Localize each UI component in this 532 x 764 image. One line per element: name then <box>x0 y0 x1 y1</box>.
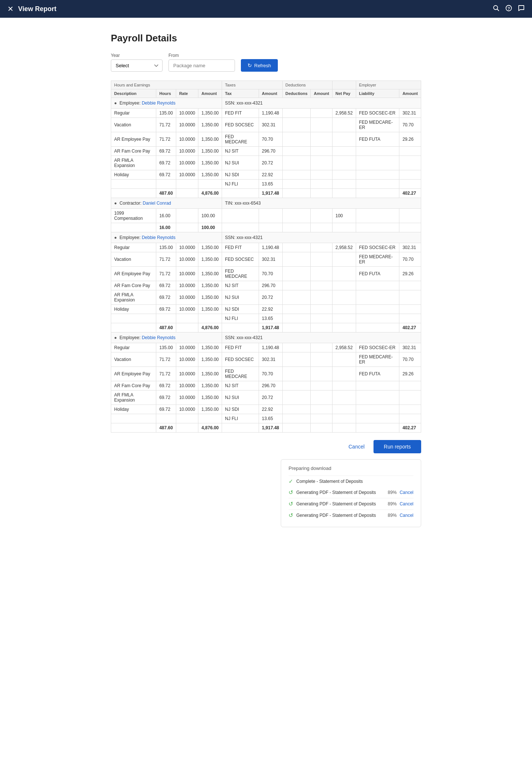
chat-icon[interactable] <box>518 5 525 13</box>
total-rate <box>176 423 198 433</box>
row-liab-amount: 29.26 <box>399 367 421 381</box>
row-liab-amount <box>399 209 421 223</box>
total-liab-amount: 402.27 <box>399 189 421 198</box>
total-amount: 4,876.00 <box>198 189 222 198</box>
table-row: 1099 Compensation 16.00 100.00 100 <box>111 209 421 223</box>
row-ded <box>282 170 311 180</box>
row-liab-amount: 302.31 <box>399 343 421 352</box>
section-label: ● Employee: Debbie Reynolds <box>111 332 222 343</box>
col-tax-amount: Amount <box>259 89 282 98</box>
total-amount: 4,876.00 <box>198 323 222 332</box>
row-hours: 71.72 <box>156 132 176 147</box>
row-liab-amount: 70.70 <box>399 252 421 267</box>
payroll-table: Hours and Earnings Taxes Deductions Empl… <box>111 81 421 433</box>
total-tax-label <box>222 189 259 198</box>
help-icon[interactable]: ? <box>505 5 512 13</box>
total-desc <box>111 423 156 433</box>
total-liab-amount <box>399 223 421 232</box>
entity-name: Debbie Reynolds <box>142 100 175 106</box>
row-net-pay <box>332 281 356 290</box>
nav-title: View Report <box>18 5 57 13</box>
row-liab-amount <box>399 170 421 180</box>
row-net-pay <box>332 180 356 189</box>
row-liability: FED MEDCARE-ER <box>356 118 399 132</box>
row-liability <box>356 414 399 423</box>
close-icon[interactable]: ✕ <box>7 4 14 13</box>
row-liab-amount: 302.31 <box>399 109 421 118</box>
run-reports-button[interactable]: Run reports <box>374 440 421 453</box>
row-amount: 1,350.00 <box>198 352 222 367</box>
row-tax-amount: 22.92 <box>259 170 282 180</box>
row-liab-amount: 302.31 <box>399 243 421 252</box>
row-desc: AR Employee Pay <box>111 367 156 381</box>
row-tax-amount: 20.72 <box>259 390 282 405</box>
row-rate: 10.0000 <box>176 390 198 405</box>
spinning-icon: ↺ <box>289 512 293 519</box>
row-hours: 71.72 <box>156 352 176 367</box>
total-desc <box>111 323 156 332</box>
row-tax: FED SOCSEC <box>222 352 259 367</box>
row-net-pay <box>332 381 356 390</box>
refresh-button[interactable]: ↻ Refresh <box>241 59 278 72</box>
row-ded <box>282 314 311 323</box>
table-row: Regular 135.00 10.0000 1,350.00 FED FIT … <box>111 343 421 352</box>
row-amount: 1,350.00 <box>198 305 222 314</box>
row-tax: NJ SDI <box>222 170 259 180</box>
row-liability <box>356 209 399 223</box>
row-tax: FED FIT <box>222 343 259 352</box>
row-ded-amount <box>311 243 332 252</box>
row-liability <box>356 305 399 314</box>
cancel-link[interactable]: Cancel <box>400 513 413 518</box>
row-desc: AR Fam Core Pay <box>111 281 156 290</box>
row-rate: 10.0000 <box>176 252 198 267</box>
row-net-pay <box>332 367 356 381</box>
row-ded <box>282 252 311 267</box>
row-amount: 1,350.00 <box>198 132 222 147</box>
row-desc: Holiday <box>111 170 156 180</box>
row-hours: 135.00 <box>156 109 176 118</box>
row-net-pay: 2,958.52 <box>332 243 356 252</box>
row-liab-amount <box>399 290 421 305</box>
col-rate: Rate <box>176 89 198 98</box>
row-desc <box>111 314 156 323</box>
row-net-pay <box>332 147 356 156</box>
row-ded <box>282 243 311 252</box>
row-ded <box>282 343 311 352</box>
bottom-actions: Cancel Run reports <box>111 440 421 453</box>
row-hours: 71.72 <box>156 267 176 281</box>
row-amount: 1,350.00 <box>198 156 222 170</box>
row-ded <box>282 290 311 305</box>
group-taxes: Taxes <box>222 81 283 89</box>
row-tax: NJ SDI <box>222 405 259 414</box>
row-tax-amount: 13.65 <box>259 414 282 423</box>
package-name-input[interactable] <box>168 59 235 72</box>
svg-text:?: ? <box>508 6 510 10</box>
row-liab-amount: 29.26 <box>399 132 421 147</box>
totals-row: 487.60 4,876.00 1,917.48 402.27 <box>111 423 421 433</box>
row-tax: NJ SUI <box>222 390 259 405</box>
row-tax: FED FIT <box>222 109 259 118</box>
section-header-row: ● Employee: Debbie Reynolds SSN: xxx-xxx… <box>111 98 421 109</box>
row-liability <box>356 381 399 390</box>
total-ded-amount <box>311 189 332 198</box>
row-amount: 1,350.00 <box>198 281 222 290</box>
total-net <box>332 223 356 232</box>
table-row: Holiday 69.72 10.0000 1,350.00 NJ SDI 22… <box>111 170 421 180</box>
cancel-link[interactable]: Cancel <box>400 490 413 495</box>
search-icon[interactable] <box>493 5 499 13</box>
table-row: AR Fam Core Pay 69.72 10.0000 1,350.00 N… <box>111 147 421 156</box>
row-rate: 10.0000 <box>176 367 198 381</box>
col-description: Description <box>111 89 156 98</box>
row-liab-amount <box>399 281 421 290</box>
page-content: Payroll Details Year Select From ↻ Refre… <box>89 18 443 542</box>
row-amount: 1,350.00 <box>198 390 222 405</box>
download-title: Preparing download <box>289 465 413 471</box>
year-select[interactable]: Select <box>111 59 163 72</box>
row-ded-amount <box>311 390 332 405</box>
row-amount <box>198 314 222 323</box>
table-row: Holiday 69.72 10.0000 1,350.00 NJ SDI 22… <box>111 305 421 314</box>
row-ded-amount <box>311 290 332 305</box>
cancel-button[interactable]: Cancel <box>340 440 374 453</box>
col-deductions: Deductions <box>282 89 311 98</box>
cancel-link[interactable]: Cancel <box>400 501 413 507</box>
